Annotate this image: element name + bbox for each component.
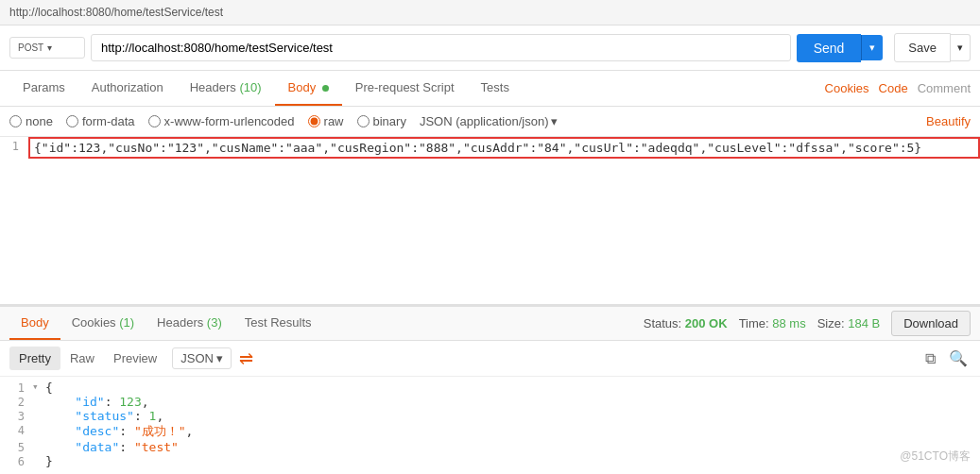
send-dropdown-button[interactable]: ▾ (861, 35, 883, 60)
headers-badge: (10) (239, 80, 261, 94)
code-link[interactable]: Code (879, 81, 908, 95)
tab-body[interactable]: Body (275, 71, 342, 106)
code-editor: 1 {"id":123,"cusNo":"123","cusName":"aaa… (0, 137, 980, 307)
tab-headers[interactable]: Headers (10) (177, 71, 275, 106)
option-raw[interactable]: raw (308, 114, 344, 128)
top-bar: http://localhost:8080/home/testService/t… (0, 0, 980, 25)
response-meta: Status: 200 OK Time: 88 ms Size: 184 B D… (644, 311, 971, 336)
search-button[interactable]: 🔍 (946, 347, 971, 370)
tab-tests[interactable]: Tests (468, 71, 523, 106)
send-btn-group: Send ▾ (797, 34, 884, 62)
save-dropdown-button[interactable]: ▾ (951, 34, 971, 61)
json-type-label: JSON (application/json) (420, 114, 549, 128)
response-body: 1 ▾ { 2 "id": 123, 3 "status": 1, 4 "des… (0, 377, 980, 472)
browser-url: http://localhost:8080/home/testService/t… (9, 6, 223, 19)
copy-button[interactable]: ⧉ (922, 347, 938, 370)
method-select[interactable]: POST ▾ (9, 37, 85, 59)
format-right: ⧉ 🔍 (922, 347, 971, 370)
body-dot (322, 85, 329, 92)
option-urlencoded[interactable]: x-www-form-urlencoded (148, 114, 295, 128)
request-tabs-bar: Params Authorization Headers (10) Body P… (0, 71, 980, 107)
format-type-select[interactable]: JSON ▾ (172, 347, 232, 369)
time-label: Time: 88 ms (739, 316, 806, 330)
request-tabs-left: Params Authorization Headers (10) Body P… (9, 71, 523, 106)
cookies-link[interactable]: Cookies (825, 81, 869, 95)
response-format-bar: Pretty Raw Preview JSON ▾ ⇌ ⧉ 🔍 (0, 341, 980, 377)
body-options-bar: none form-data x-www-form-urlencoded raw… (0, 107, 980, 137)
comment-link[interactable]: Comment (918, 81, 971, 95)
format-tab-preview[interactable]: Preview (104, 347, 166, 370)
resp-tab-body[interactable]: Body (9, 307, 60, 340)
save-btn-group: Save ▾ (894, 33, 971, 62)
format-type-label: JSON (181, 351, 214, 365)
format-type-arrow: ▾ (216, 351, 223, 365)
url-input[interactable] (91, 34, 791, 61)
expand-icon-1[interactable]: ▾ (32, 381, 45, 393)
status-label: Status: 200 OK (644, 316, 728, 330)
method-dropdown-icon[interactable]: ▾ (47, 42, 52, 53)
wrap-icon[interactable]: ⇌ (239, 348, 253, 369)
resp-headers-badge: (3) (207, 315, 222, 330)
time-value: 88 ms (772, 316, 805, 330)
beautify-button[interactable]: Beautify (926, 114, 971, 128)
request-tabs-right: Cookies Code Comment (825, 81, 971, 95)
code-input[interactable]: {"id":123,"cusNo":"123","cusName":"aaa",… (28, 137, 980, 159)
line-number-1: 1 (0, 137, 28, 153)
tab-pre-request[interactable]: Pre-request Script (342, 71, 468, 106)
method-label: POST (18, 42, 43, 53)
resp-line-5: 5 "data": "test" (0, 440, 980, 454)
resp-tab-headers[interactable]: Headers (3) (146, 307, 233, 340)
send-button[interactable]: Send (797, 34, 862, 62)
resp-tab-test-results[interactable]: Test Results (233, 307, 323, 340)
save-button[interactable]: Save (894, 33, 951, 62)
code-line-1: 1 {"id":123,"cusNo":"123","cusName":"aaa… (0, 137, 980, 159)
tab-authorization[interactable]: Authorization (78, 71, 177, 106)
option-none[interactable]: none (9, 114, 53, 128)
resp-line-3: 3 "status": 1, (0, 409, 980, 423)
resp-line-1: 1 ▾ { (0, 381, 980, 395)
response-tabs: Body Cookies (1) Headers (3) Test Result… (9, 307, 323, 340)
url-bar: POST ▾ Send ▾ Save ▾ (0, 25, 980, 71)
size-value: 184 B (848, 316, 880, 330)
format-left: Pretty Raw Preview JSON ▾ ⇌ (9, 347, 253, 370)
format-tab-raw[interactable]: Raw (60, 347, 104, 370)
resp-line-4: 4 "desc": "成功！", (0, 423, 980, 440)
resp-line-6: 6 } (0, 454, 980, 468)
option-binary[interactable]: binary (357, 114, 406, 128)
response-bar: Body Cookies (1) Headers (3) Test Result… (0, 307, 980, 341)
resp-line-2: 2 "id": 123, (0, 395, 980, 409)
format-tab-pretty[interactable]: Pretty (9, 347, 60, 370)
body-options-left: none form-data x-www-form-urlencoded raw… (9, 114, 558, 128)
json-type-arrow[interactable]: ▾ (551, 114, 558, 128)
watermark: @51CTO博客 (900, 449, 971, 465)
size-label: Size: 184 B (817, 316, 881, 330)
option-form-data[interactable]: form-data (66, 114, 135, 128)
status-value: 200 OK (685, 316, 728, 330)
cookies-badge: (1) (119, 315, 134, 330)
download-button[interactable]: Download (891, 311, 971, 336)
json-type-select[interactable]: JSON (application/json) ▾ (420, 114, 559, 128)
resp-tab-cookies[interactable]: Cookies (1) (60, 307, 146, 340)
tab-params[interactable]: Params (9, 71, 78, 106)
